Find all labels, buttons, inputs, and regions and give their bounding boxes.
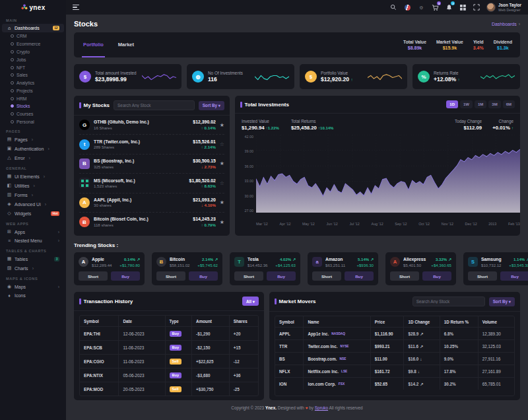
sidebar-item[interactable]: ▦Ui Elements› <box>2 172 64 181</box>
tab[interactable]: Portfolio <box>82 32 105 57</box>
table-row[interactable]: NFLX Netflix.com Inc.LSE $161.72 $9.8 ↓ … <box>275 365 514 378</box>
fullscreen-icon[interactable] <box>473 3 480 11</box>
stock-row[interactable]: A AAPL (Appil, Inc.) 30 shares $21,093.2… <box>79 193 224 213</box>
short-button[interactable]: Short <box>390 271 419 281</box>
table-row[interactable]: TTR Twiter.com Inc.NYSE $993.21 $11.6 ↗ … <box>275 340 514 353</box>
stock-change: ↓ 2.73% <box>193 164 216 169</box>
buy-button[interactable]: Buy <box>345 271 374 281</box>
range-button[interactable]: 1M <box>475 100 486 108</box>
table-row[interactable]: BS Boostrap.com.NSE $11.00 $16.0 ↓ 9.0% … <box>275 353 514 365</box>
x-tick: 2013 <box>488 222 496 233</box>
favorite-star-icon[interactable]: ★ <box>220 199 224 205</box>
sidebar-item[interactable]: ♦Icons <box>2 291 64 300</box>
sidebar-item-label: Widgets <box>15 211 31 216</box>
short-button[interactable]: Short <box>312 271 341 281</box>
range-button[interactable]: 1W <box>460 100 473 108</box>
stock-row[interactable]: t TTR (Twiter.com, Inc.) 289 Shares $15,… <box>79 135 224 154</box>
x-tick: May '12 <box>302 222 315 233</box>
cash-icon: $ <box>305 71 317 83</box>
sort-by-button[interactable]: Sort By ▾ <box>199 101 224 110</box>
area-chart[interactable] <box>256 135 520 213</box>
trending-stock-card: A Apple $12,289.44 0.14% ↗ +$1,780.80 Sh… <box>74 252 145 285</box>
buy-button[interactable]: Buy <box>189 271 218 281</box>
brand-logo[interactable]: ynex <box>0 0 66 15</box>
spruko-link[interactable]: Spruko <box>315 405 328 410</box>
stock-row[interactable]: Ƀ Bitcoin (Bioset Coin, Inc.) 118 shares… <box>79 213 224 231</box>
market-sort-button[interactable]: Sort By ▾ <box>489 297 515 306</box>
table-row[interactable]: EPA:NTIX 05-06-2023 Buy -$3,680 +36 <box>80 368 258 382</box>
sidebar-item[interactable]: ▦Tables3 <box>2 254 64 263</box>
sidebar-subitem[interactable]: HRM <box>0 94 66 102</box>
table-row[interactable]: APPL App1e Inc.NASDAQ $1,116.90 $28.9 ↗ … <box>275 328 514 340</box>
sidebar-item[interactable]: ◉Maps› <box>2 282 64 291</box>
table-row[interactable]: EPA:SCB 11-06-2023 Buy -$2,150 +15 <box>80 341 258 355</box>
cart-icon[interactable]: 5 <box>431 3 439 11</box>
sidebar-item[interactable]: ◈Advanced Ui› <box>2 199 64 209</box>
stock-row[interactable]: B BS (Boostrap, Inc.) 325 shares $30,500… <box>79 155 224 174</box>
sidebar-subitem[interactable]: Sales <box>0 71 66 79</box>
favorite-star-icon[interactable]: ☆ <box>220 141 224 147</box>
sidebar-subitem[interactable]: Jobs <box>0 55 66 63</box>
short-button[interactable]: Short <box>156 271 185 281</box>
range-button[interactable]: 6M <box>503 100 515 108</box>
market-movers-search-input[interactable] <box>412 297 485 306</box>
chevron-right-icon: › <box>32 266 34 271</box>
sidebar-item[interactable]: ◧Utilities› <box>2 181 64 190</box>
sidebar-item[interactable]: ⊞Apps› <box>2 227 64 236</box>
sidebar-subitem[interactable]: Crypto <box>0 48 66 56</box>
breadcrumb-dashboards[interactable]: Dashboards <box>492 22 517 26</box>
menu-toggle-icon[interactable] <box>73 5 79 10</box>
sidebar-item-dashboards[interactable]: ⌂ Dashboards 12 <box>2 24 64 32</box>
table-row[interactable]: EPA:MOD 20-05-2023 Sell +$30,750 -25 <box>80 382 258 396</box>
favorite-star-icon[interactable]: ☆ <box>220 180 224 186</box>
apps-grid-icon[interactable] <box>459 3 467 11</box>
sidebar-subitem[interactable]: Courses <box>0 110 66 118</box>
up-arrow-icon: ↑ <box>350 77 352 82</box>
table-row[interactable]: EPA:CGIO 11-06-2023 Sell +$22,625 -12 <box>80 355 258 368</box>
stock-row[interactable]: G GTHB (Gituhb, Demo Inc.) 16 Shares $12… <box>79 116 224 135</box>
sidebar-subitem[interactable]: Analytics <box>0 79 66 87</box>
short-button[interactable]: Short <box>234 271 263 281</box>
table-row[interactable]: EPA:THI 12-06-2023 Buy -$1,290 +20 <box>80 327 258 341</box>
search-icon[interactable] <box>389 3 397 11</box>
short-button[interactable]: Short <box>79 271 108 281</box>
sidebar-subitem[interactable]: CRM <box>0 32 66 40</box>
buy-button[interactable]: Buy <box>500 271 528 281</box>
range-button[interactable]: 3M <box>488 100 500 108</box>
trending-percent: 3.32% ↗ <box>431 257 451 262</box>
sidebar-item[interactable]: ◇WidgetsHot <box>2 209 64 218</box>
sidebar-subitem[interactable]: Projects <box>0 87 66 94</box>
sidebar-item[interactable]: ▣Authentication› <box>2 144 64 153</box>
sidebar-item[interactable]: ▨Charts› <box>2 263 64 273</box>
theme-toggle-icon[interactable]: ☼ <box>417 3 425 11</box>
table-row[interactable]: ION Ion.com Corp.FSX $52.65 $14.2 ↗ 30.2… <box>275 378 514 390</box>
favorite-star-icon[interactable]: ★ <box>220 122 224 128</box>
sidebar-item-label: Maps <box>15 285 26 289</box>
short-button[interactable]: Short <box>468 271 497 281</box>
filter-all-button[interactable]: All ▾ <box>242 297 259 306</box>
sidebar-item[interactable]: ▥Forms› <box>2 190 64 199</box>
sidebar-item[interactable]: ▤Pages› <box>2 135 64 144</box>
sidebar-item[interactable]: △Error› <box>2 153 64 162</box>
user-menu[interactable]: Json Taylor Web Designer <box>486 3 521 12</box>
stocks-search-input[interactable] <box>114 100 195 110</box>
sidebar-subitem[interactable]: Personal <box>0 118 66 126</box>
stat-card: $ Portfolio Value $12,920.20 ↑ <box>300 64 407 89</box>
header-stat: Dividend $1.3k <box>494 40 512 50</box>
sidebar-subitem[interactable]: Ecommerce <box>0 40 66 48</box>
buy-button[interactable]: Buy <box>111 271 140 281</box>
widgets-icon: ◇ <box>7 211 12 216</box>
notifications-bell-icon[interactable]: 3 <box>445 3 453 11</box>
buy-button[interactable]: Buy <box>422 271 451 281</box>
stock-row[interactable]: MS (Micorsoft, Inc.) 1,523 shares $1,80,… <box>79 174 224 193</box>
buy-button[interactable]: Buy <box>267 271 296 281</box>
tab[interactable]: Market <box>117 32 135 57</box>
sidebar-subitem[interactable]: NFT <box>0 63 66 71</box>
breadcrumb[interactable]: Dashboards › <box>492 22 520 26</box>
sidebar-subitem[interactable]: Stocks <box>0 102 66 110</box>
language-flag-icon[interactable] <box>403 3 411 11</box>
favorite-star-icon[interactable]: ★ <box>220 160 224 166</box>
sidebar-item[interactable]: ≡Nested Menu› <box>2 236 64 245</box>
range-button[interactable]: 1D <box>446 100 458 108</box>
favorite-star-icon[interactable]: ★ <box>220 219 224 225</box>
